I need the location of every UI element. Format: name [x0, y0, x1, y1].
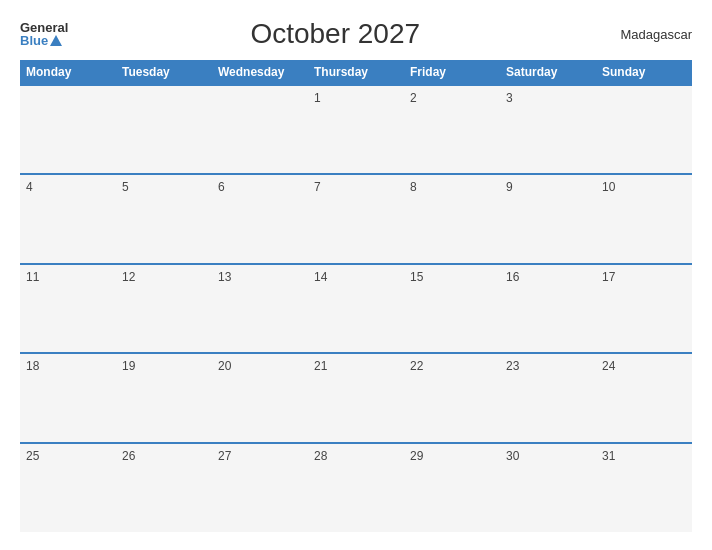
calendar-day-cell: 4 — [20, 174, 116, 263]
day-number: 16 — [506, 270, 590, 284]
day-number: 11 — [26, 270, 110, 284]
calendar-day-cell: 18 — [20, 353, 116, 442]
header-thursday: Thursday — [308, 60, 404, 85]
day-number: 20 — [218, 359, 302, 373]
day-number: 5 — [122, 180, 206, 194]
calendar-week-row: 45678910 — [20, 174, 692, 263]
day-number: 13 — [218, 270, 302, 284]
calendar-page: General Blue October 2027 Madagascar Mon… — [0, 0, 712, 550]
day-number: 8 — [410, 180, 494, 194]
calendar-day-cell: 31 — [596, 443, 692, 532]
header-tuesday: Tuesday — [116, 60, 212, 85]
calendar-week-row: 18192021222324 — [20, 353, 692, 442]
calendar-day-cell: 24 — [596, 353, 692, 442]
weekday-header-row: Monday Tuesday Wednesday Thursday Friday… — [20, 60, 692, 85]
calendar-table: Monday Tuesday Wednesday Thursday Friday… — [20, 60, 692, 532]
day-number: 3 — [506, 91, 590, 105]
calendar-day-cell: 14 — [308, 264, 404, 353]
header-friday: Friday — [404, 60, 500, 85]
calendar-day-cell: 17 — [596, 264, 692, 353]
day-number: 26 — [122, 449, 206, 463]
day-number: 15 — [410, 270, 494, 284]
calendar-day-cell — [596, 85, 692, 174]
day-number: 21 — [314, 359, 398, 373]
day-number: 31 — [602, 449, 686, 463]
calendar-day-cell: 3 — [500, 85, 596, 174]
calendar-week-row: 11121314151617 — [20, 264, 692, 353]
calendar-day-cell: 15 — [404, 264, 500, 353]
calendar-day-cell — [20, 85, 116, 174]
day-number: 7 — [314, 180, 398, 194]
calendar-header: General Blue October 2027 Madagascar — [20, 18, 692, 50]
day-number: 2 — [410, 91, 494, 105]
calendar-day-cell: 9 — [500, 174, 596, 263]
calendar-week-row: 25262728293031 — [20, 443, 692, 532]
country-label: Madagascar — [602, 27, 692, 42]
day-number: 17 — [602, 270, 686, 284]
calendar-day-cell: 30 — [500, 443, 596, 532]
day-number: 1 — [314, 91, 398, 105]
calendar-week-row: 123 — [20, 85, 692, 174]
calendar-day-cell — [116, 85, 212, 174]
calendar-day-cell: 28 — [308, 443, 404, 532]
day-number: 6 — [218, 180, 302, 194]
header-monday: Monday — [20, 60, 116, 85]
day-number: 29 — [410, 449, 494, 463]
calendar-day-cell: 27 — [212, 443, 308, 532]
calendar-day-cell — [212, 85, 308, 174]
day-number: 25 — [26, 449, 110, 463]
logo-triangle-icon — [50, 35, 62, 46]
calendar-day-cell: 11 — [20, 264, 116, 353]
calendar-day-cell: 6 — [212, 174, 308, 263]
calendar-day-cell: 12 — [116, 264, 212, 353]
day-number: 12 — [122, 270, 206, 284]
day-number: 30 — [506, 449, 590, 463]
day-number: 18 — [26, 359, 110, 373]
calendar-title: October 2027 — [68, 18, 602, 50]
day-number: 14 — [314, 270, 398, 284]
calendar-day-cell: 25 — [20, 443, 116, 532]
day-number: 9 — [506, 180, 590, 194]
calendar-day-cell: 5 — [116, 174, 212, 263]
day-number: 24 — [602, 359, 686, 373]
calendar-day-cell: 1 — [308, 85, 404, 174]
day-number: 27 — [218, 449, 302, 463]
header-wednesday: Wednesday — [212, 60, 308, 85]
calendar-day-cell: 20 — [212, 353, 308, 442]
calendar-day-cell: 29 — [404, 443, 500, 532]
day-number: 22 — [410, 359, 494, 373]
day-number: 10 — [602, 180, 686, 194]
header-sunday: Sunday — [596, 60, 692, 85]
calendar-day-cell: 8 — [404, 174, 500, 263]
logo-blue-text: Blue — [20, 34, 68, 47]
calendar-day-cell: 16 — [500, 264, 596, 353]
calendar-day-cell: 22 — [404, 353, 500, 442]
calendar-day-cell: 10 — [596, 174, 692, 263]
calendar-day-cell: 13 — [212, 264, 308, 353]
day-number: 19 — [122, 359, 206, 373]
day-number: 4 — [26, 180, 110, 194]
calendar-day-cell: 21 — [308, 353, 404, 442]
logo: General Blue — [20, 21, 68, 47]
header-saturday: Saturday — [500, 60, 596, 85]
calendar-day-cell: 19 — [116, 353, 212, 442]
day-number: 28 — [314, 449, 398, 463]
calendar-day-cell: 2 — [404, 85, 500, 174]
calendar-day-cell: 7 — [308, 174, 404, 263]
day-number: 23 — [506, 359, 590, 373]
calendar-day-cell: 23 — [500, 353, 596, 442]
calendar-day-cell: 26 — [116, 443, 212, 532]
